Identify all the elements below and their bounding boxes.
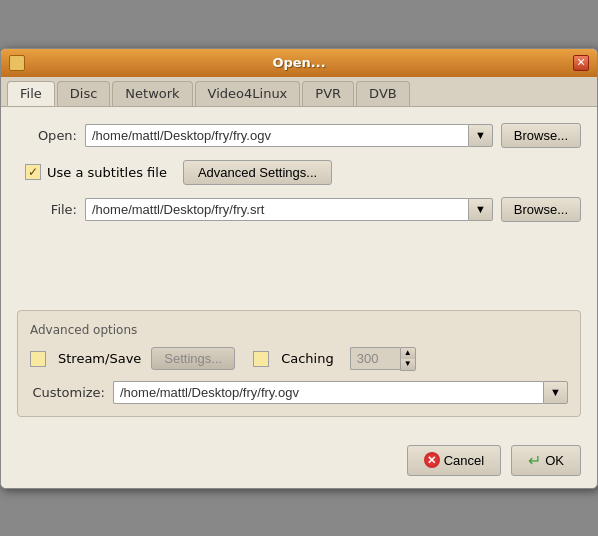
window-icon bbox=[9, 55, 25, 71]
subtitles-label: Use a subtitles file bbox=[47, 165, 167, 180]
caching-checkbox[interactable] bbox=[253, 351, 269, 367]
open-label: Open: bbox=[17, 128, 77, 143]
button-bar: ✕ Cancel ↵ OK bbox=[1, 437, 597, 488]
cancel-label: Cancel bbox=[444, 453, 484, 468]
open-browse-button[interactable]: Browse... bbox=[501, 123, 581, 148]
tab-bar: File Disc Network Video4Linux PVR DVB bbox=[1, 77, 597, 107]
caching-up-button[interactable]: ▲ bbox=[401, 348, 415, 359]
caching-label: Caching bbox=[281, 351, 334, 366]
customize-input[interactable] bbox=[113, 381, 543, 404]
caching-down-button[interactable]: ▼ bbox=[401, 359, 415, 370]
file-label: File: bbox=[17, 202, 77, 217]
stream-save-label: Stream/Save bbox=[58, 351, 141, 366]
advanced-options-box: Advanced options Stream/Save Settings...… bbox=[17, 310, 581, 417]
file-input-group: ▼ bbox=[85, 198, 493, 221]
open-input-group: ▼ bbox=[85, 124, 493, 147]
tab-video4linux[interactable]: Video4Linux bbox=[195, 81, 301, 106]
open-row: Open: ▼ Browse... bbox=[17, 123, 581, 148]
advanced-options-label: Advanced options bbox=[30, 323, 568, 337]
stream-save-checkbox[interactable] bbox=[30, 351, 46, 367]
customize-label: Customize: bbox=[30, 385, 105, 400]
settings-button[interactable]: Settings... bbox=[151, 347, 235, 370]
stream-caching-row: Stream/Save Settings... Caching ▲ ▼ bbox=[30, 347, 568, 371]
ok-label: OK bbox=[545, 453, 564, 468]
open-dropdown-button[interactable]: ▼ bbox=[468, 124, 493, 147]
customize-row: Customize: ▼ bbox=[30, 381, 568, 404]
file-tab-content: Open: ▼ Browse... Use a subtitles file A… bbox=[1, 107, 597, 310]
subtitles-row: Use a subtitles file Advanced Settings..… bbox=[17, 160, 581, 185]
caching-group: Caching bbox=[253, 351, 334, 367]
ok-button[interactable]: ↵ OK bbox=[511, 445, 581, 476]
stream-save-group: Stream/Save bbox=[30, 351, 141, 367]
customize-dropdown-button[interactable]: ▼ bbox=[543, 381, 568, 404]
ok-icon: ↵ bbox=[528, 451, 541, 470]
tab-pvr[interactable]: PVR bbox=[302, 81, 354, 106]
dialog-window: Open... ✕ File Disc Network Video4Linux … bbox=[0, 48, 598, 489]
file-browse-button[interactable]: Browse... bbox=[501, 197, 581, 222]
advanced-options-section: Advanced options Stream/Save Settings...… bbox=[1, 310, 597, 437]
advanced-settings-button[interactable]: Advanced Settings... bbox=[183, 160, 332, 185]
subtitles-checkbox-area: Use a subtitles file bbox=[25, 164, 167, 180]
open-input[interactable] bbox=[85, 124, 468, 147]
tab-disc[interactable]: Disc bbox=[57, 81, 111, 106]
window-title: Open... bbox=[272, 55, 325, 70]
close-button[interactable]: ✕ bbox=[573, 55, 589, 71]
caching-checkbox-group: Caching bbox=[253, 351, 334, 367]
caching-input[interactable] bbox=[350, 347, 400, 370]
cancel-icon: ✕ bbox=[424, 452, 440, 468]
customize-input-group: ▼ bbox=[113, 381, 568, 404]
tab-network[interactable]: Network bbox=[112, 81, 192, 106]
caching-input-group: ▲ ▼ bbox=[350, 347, 416, 371]
tab-dvb[interactable]: DVB bbox=[356, 81, 410, 106]
caching-spinner: ▲ ▼ bbox=[400, 347, 416, 371]
file-dropdown-button[interactable]: ▼ bbox=[468, 198, 493, 221]
subtitles-checkbox[interactable] bbox=[25, 164, 41, 180]
cancel-button[interactable]: ✕ Cancel bbox=[407, 445, 501, 476]
file-input[interactable] bbox=[85, 198, 468, 221]
tab-file[interactable]: File bbox=[7, 81, 55, 106]
file-row: File: ▼ Browse... bbox=[17, 197, 581, 222]
spacer bbox=[17, 234, 581, 294]
titlebar: Open... ✕ bbox=[1, 49, 597, 77]
ok-arrow-icon: ↵ bbox=[528, 451, 541, 470]
